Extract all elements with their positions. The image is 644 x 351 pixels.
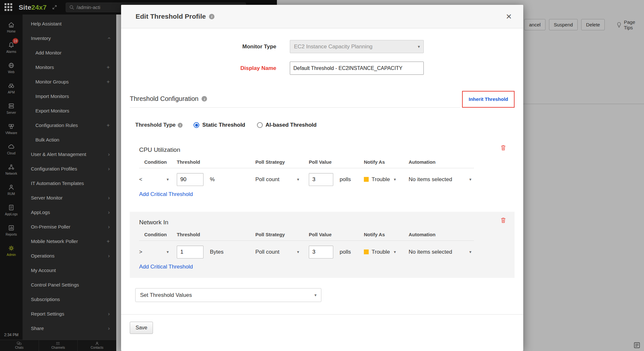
caret-down-icon: ▾ [314,293,317,297]
poll-strategy-select[interactable]: Poll count ▾ [255,176,299,183]
poll-value-cell: polls [309,173,364,186]
close-icon[interactable]: × [506,12,512,21]
static-threshold-label: Static Threshold [202,122,245,128]
info-icon[interactable]: i [178,123,183,128]
save-button[interactable]: Save [130,322,153,334]
threshold-cell: Bytes [177,246,255,258]
display-name-input[interactable] [290,62,424,75]
monitor-type-select[interactable]: EC2 Instance Capacity Planning ▾ [290,40,424,53]
trouble-color-swatch [364,249,369,254]
set-threshold-values-label: Set Threshold Values [140,292,192,298]
poll-value-cell: polls [309,246,364,258]
threshold-configuration-title: Threshold Configuration [130,95,198,102]
inherit-threshold-link[interactable]: Inherit Threshold [469,96,508,102]
info-icon[interactable]: i [209,14,214,19]
info-icon[interactable]: i [202,96,207,102]
modal-footer: Save [121,314,523,334]
modal-body: Monitor Type EC2 Instance Capacity Plann… [121,28,523,334]
threshold-table-header: Condition Threshold Poll Strategy Poll V… [139,159,474,168]
col-poll-strategy: Poll Strategy [255,232,309,237]
col-poll-value: Poll Value [309,159,364,165]
automation-select[interactable]: No items selected ▾ [409,176,471,183]
caret-down-icon: ▾ [166,177,169,182]
monitor-type-value: EC2 Instance Capacity Planning [294,44,373,50]
threshold-row: > ▾ Bytes Poll count ▾ polls Troubl [139,245,474,258]
col-condition: Condition [139,159,177,165]
caret-down-icon: ▾ [297,177,299,182]
caret-down-icon: ▾ [394,177,396,182]
static-threshold-option[interactable]: Static Threshold [194,122,245,128]
caret-down-icon: ▾ [469,249,471,254]
caret-down-icon: ▾ [166,249,169,254]
threshold-input[interactable] [177,246,204,258]
notify-as-select[interactable]: Trouble ▾ [364,176,403,183]
edit-threshold-profile-modal: Edit Threshold Profile i × Monitor Type … [121,5,523,351]
ai-threshold-radio[interactable] [257,122,263,128]
display-name-row: Display Name [121,62,523,75]
poll-strategy-select[interactable]: Poll count ▾ [255,249,299,255]
display-name-label: Display Name [121,65,276,72]
notify-as-select[interactable]: Trouble ▾ [364,249,403,255]
section-title: Network In [139,219,505,226]
col-threshold: Threshold [177,232,255,237]
section-network-in: Network In Condition Threshold Poll Stra… [130,212,515,278]
trouble-color-swatch [364,177,369,182]
col-notify-as: Notify As [364,159,409,165]
trash-icon[interactable] [500,144,506,151]
ai-threshold-option[interactable]: AI-based Threshold [257,122,317,128]
col-automation: Automation [409,232,474,237]
col-poll-value: Poll Value [309,232,364,237]
caret-down-icon: ▾ [297,249,299,254]
threshold-unit: Bytes [210,249,224,255]
col-condition: Condition [139,232,177,237]
modal-header: Edit Threshold Profile i × [121,5,523,28]
ai-threshold-label: AI-based Threshold [266,122,317,128]
caret-down-icon: ▾ [394,249,396,254]
monitor-type-label: Monitor Type [121,44,276,50]
automation-select[interactable]: No items selected ▾ [409,249,471,255]
poll-unit: polls [340,249,351,255]
threshold-unit: % [210,176,215,182]
poll-value-input[interactable] [309,246,333,258]
threshold-type-label: Threshold Type [135,122,175,128]
trash-icon[interactable] [500,217,506,223]
threshold-input[interactable] [177,173,204,186]
col-poll-strategy: Poll Strategy [255,159,309,165]
add-critical-threshold-link[interactable]: Add Critical Threshold [139,191,193,198]
inherit-threshold-highlight: Inherit Threshold [462,91,515,108]
set-threshold-values-select[interactable]: Set Threshold Values ▾ [135,288,321,302]
section-title: CPU Utilization [139,146,505,153]
threshold-row: < ▾ % Poll count ▾ polls Trouble [139,173,474,186]
threshold-configuration-title-wrap: Threshold Configuration i [130,95,460,108]
static-threshold-radio[interactable] [194,122,199,128]
col-notify-as: Notify As [364,232,409,237]
condition-select[interactable]: < ▾ [139,176,169,183]
threshold-configuration-header: Threshold Configuration i Inherit Thresh… [130,91,515,108]
poll-unit: polls [340,176,351,182]
monitor-type-row: Monitor Type EC2 Instance Capacity Plann… [121,40,523,53]
modal-title: Edit Threshold Profile [136,13,206,20]
caret-down-icon: ▾ [418,44,420,49]
section-cpu-utilization: CPU Utilization Condition Threshold Poll… [130,139,515,205]
threshold-table-header: Condition Threshold Poll Strategy Poll V… [139,232,474,241]
col-automation: Automation [409,159,474,165]
col-threshold: Threshold [177,159,255,165]
condition-select[interactable]: > ▾ [139,249,169,255]
threshold-type-row: Threshold Type i Static Threshold AI-bas… [135,122,523,128]
poll-value-input[interactable] [309,173,333,186]
caret-down-icon: ▾ [469,177,471,182]
add-critical-threshold-link[interactable]: Add Critical Threshold [139,264,193,270]
threshold-cell: % [177,173,255,186]
